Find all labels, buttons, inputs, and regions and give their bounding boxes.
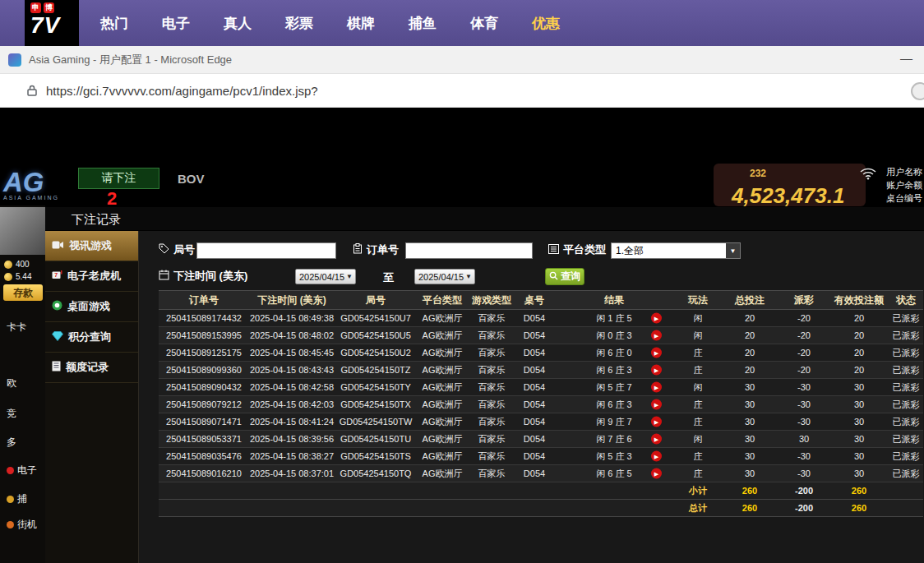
platform-type-select[interactable]: 1.全部 ▼ [611, 242, 741, 259]
deposit-button[interactable]: 存款 [3, 284, 43, 301]
browser-profile-icon[interactable] [911, 82, 924, 100]
replay-video-icon[interactable]: ▶ [651, 417, 662, 427]
cell-bet-time: 2025-04-15 08:41:24 [249, 413, 335, 431]
replay-video-icon[interactable]: ▶ [651, 451, 662, 462]
strip-item-duo[interactable]: 多 [7, 436, 16, 450]
order-number-input[interactable] [405, 242, 533, 259]
totals-spacer [159, 482, 675, 500]
url-text[interactable]: https://gci.7vvvvvv.com/agingame/pcv1/in… [46, 84, 318, 98]
replay-video-icon[interactable]: ▶ [651, 434, 662, 445]
replay-video-icon[interactable]: ▶ [651, 468, 662, 479]
cell-status: 已派彩 [889, 327, 923, 344]
nav-item-cards[interactable]: 棋牌 [347, 14, 375, 33]
cell-payout: -20 [778, 327, 829, 344]
totals-valid-bet: 260 [829, 482, 889, 500]
fishing-icon [7, 496, 14, 503]
cell-valid-bet: 30 [829, 431, 889, 448]
menu-item-live-games[interactable]: 视讯游戏 [45, 231, 138, 261]
strip-item-kaka[interactable]: 卡卡 [7, 321, 26, 335]
bet-table-row: 2504150890533712025-04-15 08:39:56GD0542… [159, 431, 923, 448]
replay-video-icon[interactable]: ▶ [651, 313, 662, 324]
filter-panel: 局号 订单号 平台类型 1.全部 [159, 239, 924, 290]
nav-item-lottery[interactable]: 彩票 [285, 14, 313, 33]
cell-round-id: GD054254150TS [335, 448, 417, 465]
balance-row-2: 5.44 [4, 272, 31, 281]
round-number-input[interactable] [196, 242, 336, 259]
nav-item-slots[interactable]: 电子 [162, 14, 190, 33]
cell-bet-time: 2025-04-15 08:48:02 [249, 327, 335, 344]
replay-video-icon[interactable]: ▶ [651, 365, 662, 376]
menu-item-points-query[interactable]: 积分查询 [45, 322, 138, 353]
replay-video-icon[interactable]: ▶ [651, 330, 662, 341]
cell-game-type: 百家乐 [468, 465, 515, 482]
cell-platform: AG欧洲厅 [417, 344, 468, 362]
bet-prompt: 请下注 [78, 168, 159, 189]
nav-item-live[interactable]: 真人 [224, 14, 252, 33]
search-button[interactable]: 查询 [545, 268, 584, 285]
cell-game-type: 百家乐 [468, 310, 515, 327]
poker-chip-icon [52, 300, 62, 313]
cell-order-id: 250415089016210 [159, 465, 249, 482]
nav-item-promotions[interactable]: 优惠 [532, 14, 560, 33]
menu-item-credit-records[interactable]: 额度记录 [45, 353, 138, 383]
cell-bet-side: 庄 [675, 362, 721, 379]
cell-table-no: D054 [515, 362, 553, 379]
replay-video-icon[interactable]: ▶ [651, 382, 662, 393]
user-avatar[interactable] [0, 207, 45, 255]
strip-item-slots[interactable]: 电子 [7, 464, 37, 478]
result-text: 闲 5 庄 7 [596, 382, 631, 392]
replay-video-icon[interactable]: ▶ [651, 399, 662, 410]
cell-round-id: GD054254150U5 [335, 327, 417, 344]
nav-item-fishing[interactable]: 捕鱼 [409, 14, 437, 33]
site-logo[interactable]: 申 博 7V [25, 0, 79, 46]
totals-status-spacer [889, 482, 923, 500]
cell-order-id: 250415089071471 [159, 413, 249, 431]
cell-status: 已派彩 [889, 310, 923, 327]
result-text: 闲 6 庄 5 [596, 468, 631, 478]
cell-payout: -30 [778, 379, 829, 396]
table-header-row: 订单号 下注时间 (美东) 局号 平台类型 游戏类型 桌号 结果 玩法 总投注 … [159, 291, 923, 310]
strip-item-arcade[interactable]: 街机 [7, 518, 37, 532]
nav-item-sports[interactable]: 体育 [470, 14, 498, 33]
modal-body: 视讯游戏 7 电子老虎机 桌面游戏 积分查询 [45, 231, 924, 563]
slots-icon [7, 467, 14, 474]
totals-valid-bet: 260 [829, 500, 889, 517]
bov-watermark: BOV [178, 172, 205, 186]
replay-video-icon[interactable]: ▶ [651, 348, 662, 358]
address-bar[interactable]: https://gci.7vvvvvv.com/agingame/pcv1/in… [0, 74, 924, 108]
bet-table-row: 2504150890993602025-04-15 08:43:43GD0542… [159, 362, 923, 379]
result-text: 闲 5 庄 3 [596, 451, 631, 461]
cell-bet-time: 2025-04-15 08:42:58 [249, 379, 335, 396]
cell-total-bet: 20 [721, 327, 778, 344]
nav-item-hot[interactable]: 热门 [100, 14, 128, 33]
cell-order-id: 250415089174432 [159, 310, 249, 327]
cell-bet-side: 闲 [675, 379, 721, 396]
date-to-select[interactable]: 2025/04/15▼ [414, 269, 475, 284]
totals-spacer [159, 500, 675, 517]
strip-item-europe[interactable]: 欧 [7, 376, 16, 390]
cell-total-bet: 30 [721, 396, 778, 413]
cell-table-no: D054 [515, 310, 553, 327]
totals-total-bet: 260 [721, 500, 778, 517]
header-platform: 平台类型 [417, 291, 468, 310]
header-total-bet: 总投注 [721, 291, 778, 310]
cell-result: 闲 5 庄 3▶ [553, 448, 675, 465]
cell-platform: AG欧洲厅 [417, 362, 468, 379]
bet-table-row: 2504150890162102025-04-15 08:37:01GD0542… [159, 465, 923, 482]
minimize-button[interactable]: — [900, 51, 912, 65]
cell-payout: -20 [778, 344, 829, 362]
balance-row-1: 400 [4, 260, 30, 269]
cell-order-id: 250415089053371 [159, 431, 249, 448]
menu-item-table-games[interactable]: 桌面游戏 [45, 292, 138, 322]
screen: 申 博 7V 热门 电子 真人 彩票 棋牌 捕鱼 体育 优惠 Asia Gami… [0, 0, 924, 563]
date-from-select[interactable]: 2025/04/15▼ [295, 269, 356, 284]
cell-status: 已派彩 [889, 379, 923, 396]
menu-item-slot-machines[interactable]: 7 电子老虎机 [45, 261, 138, 292]
chevron-down-icon: ▼ [726, 243, 740, 258]
strip-item-fishing[interactable]: 捕 [7, 492, 27, 506]
strip-item-jing[interactable]: 竞 [7, 407, 16, 421]
jackpot-ticker: 232 [750, 168, 766, 179]
cell-table-no: D054 [515, 379, 553, 396]
cell-status: 已派彩 [889, 344, 923, 362]
cell-platform: AG欧洲厅 [417, 431, 468, 448]
